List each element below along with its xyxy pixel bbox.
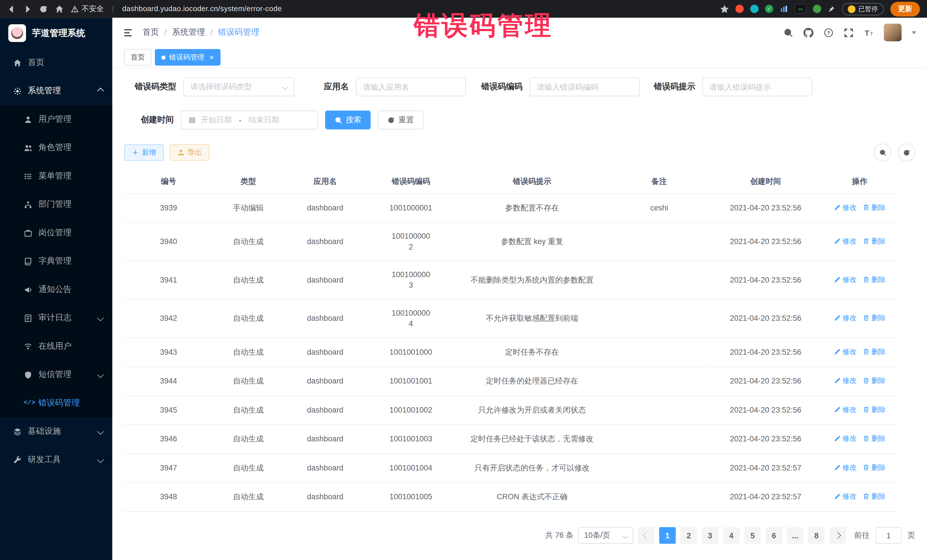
edit-link[interactable]: 修改: [834, 346, 857, 357]
cell-id: 3947: [124, 454, 213, 483]
delete-link[interactable]: 删除: [863, 433, 886, 444]
export-button[interactable]: 导出: [170, 144, 209, 161]
delete-icon: [863, 377, 870, 384]
paused-badge[interactable]: 已暂停: [842, 3, 884, 15]
app-name-input[interactable]: [356, 77, 466, 96]
tab-item[interactable]: 首页: [124, 49, 151, 65]
page-button-8[interactable]: 8: [808, 527, 825, 544]
edit-link[interactable]: 修改: [834, 433, 857, 444]
browser-extension-icon[interactable]: ✓: [765, 5, 773, 13]
edit-link[interactable]: 修改: [834, 375, 857, 386]
error-hint-input[interactable]: [702, 77, 812, 96]
user-avatar[interactable]: [884, 24, 902, 41]
update-button[interactable]: 更新: [890, 2, 920, 16]
sidebar-item[interactable]: 研发工具: [0, 446, 112, 474]
fullscreen-icon[interactable]: [844, 27, 854, 37]
refresh-table-button[interactable]: [897, 144, 915, 161]
sidebar-item[interactable]: 岗位管理: [0, 219, 112, 247]
cell-actions: 修改删除: [822, 425, 897, 454]
next-page-button[interactable]: [830, 527, 846, 544]
page-size-select[interactable]: 10条/页: [578, 527, 633, 544]
edit-link[interactable]: 修改: [834, 462, 857, 473]
breadcrumb-item[interactable]: 系统管理: [172, 27, 205, 38]
browser-extension-icon[interactable]: [813, 5, 821, 13]
edit-link[interactable]: 修改: [834, 404, 857, 415]
delete-link[interactable]: 删除: [863, 375, 886, 386]
browser-extension-icon[interactable]: [736, 5, 744, 13]
date-range-picker[interactable]: 开始日期 - 结束日期: [181, 111, 318, 129]
sidebar-item[interactable]: 在线用户: [0, 332, 112, 360]
delete-link[interactable]: 删除: [863, 202, 886, 213]
delete-icon: [863, 314, 870, 322]
page-button-1[interactable]: 1: [659, 527, 676, 544]
sidebar-item[interactable]: 菜单管理: [0, 162, 112, 190]
delete-link[interactable]: 删除: [863, 491, 886, 502]
browser-extension-icon[interactable]: [750, 5, 758, 13]
cell-hint: 定时任务已经处于该状态，无需修改: [455, 425, 609, 454]
error-type-select[interactable]: 请选择错误码类型: [183, 77, 295, 96]
edit-link[interactable]: 修改: [834, 313, 857, 323]
close-icon[interactable]: ×: [209, 54, 214, 61]
github-icon[interactable]: [804, 27, 813, 37]
page-button-6[interactable]: 6: [766, 527, 782, 544]
edit-link[interactable]: 修改: [834, 236, 857, 246]
sidebar-item[interactable]: 系统管理: [0, 77, 112, 105]
back-icon[interactable]: [7, 5, 16, 14]
tab-active[interactable]: 错误码管理×: [155, 49, 220, 65]
address-bar[interactable]: dashboard.yudao.iocoder.cn/system/error-…: [122, 5, 282, 13]
sidebar-item[interactable]: 用户管理: [0, 105, 112, 134]
sidebar-item[interactable]: 短信管理: [0, 360, 112, 389]
browser-extension-icon[interactable]: [780, 5, 788, 13]
font-size-icon[interactable]: TT: [864, 27, 874, 37]
page-button-2[interactable]: 2: [681, 527, 697, 544]
hamburger-icon[interactable]: [123, 27, 133, 37]
home-icon[interactable]: [55, 5, 64, 14]
sidebar-item[interactable]: 审计日志: [0, 304, 112, 332]
reset-button[interactable]: 重置: [378, 111, 423, 129]
forward-icon[interactable]: [23, 5, 32, 14]
edit-link[interactable]: 修改: [834, 274, 857, 285]
delete-icon: [863, 435, 870, 442]
search-icon[interactable]: [783, 27, 793, 37]
caret-down-icon[interactable]: [912, 31, 916, 34]
delete-link[interactable]: 删除: [863, 313, 886, 323]
sidebar-item[interactable]: 首页: [0, 49, 112, 77]
add-button[interactable]: 新增: [124, 144, 164, 161]
sidebar-item[interactable]: 通知公告: [0, 275, 112, 304]
breadcrumb-item[interactable]: 首页: [143, 27, 159, 38]
bookmark-star-icon[interactable]: [720, 5, 729, 14]
sidebar-item[interactable]: 字典管理: [0, 247, 112, 275]
sidebar-item-label: 在线用户: [38, 341, 71, 352]
cell-code: 1001001001: [366, 367, 455, 396]
search-button[interactable]: 搜索: [325, 111, 371, 129]
page-more-button[interactable]: ...: [787, 527, 804, 544]
delete-link[interactable]: 删除: [863, 346, 886, 357]
error-code-input[interactable]: [530, 77, 640, 96]
browser-extension-on-badge[interactable]: on: [795, 4, 806, 14]
cell-type: 自动生成: [213, 396, 284, 425]
delete-link[interactable]: 删除: [863, 462, 886, 473]
page-button-4[interactable]: 4: [723, 527, 740, 544]
help-icon[interactable]: ?: [824, 27, 833, 37]
cell-type: 自动生成: [213, 483, 284, 511]
sidebar-item[interactable]: 角色管理: [0, 134, 112, 162]
pin-icon[interactable]: [828, 5, 836, 13]
plus-icon: [132, 149, 139, 156]
delete-link[interactable]: 删除: [863, 274, 886, 285]
goto-page-input[interactable]: [876, 527, 902, 544]
security-indicator[interactable]: 不安全: [71, 4, 104, 14]
prev-page-button[interactable]: [638, 527, 654, 544]
delete-link[interactable]: 删除: [863, 236, 886, 246]
sidebar-item[interactable]: 基础设施: [0, 417, 112, 445]
sidebar-item[interactable]: 部门管理: [0, 190, 112, 219]
show-search-button[interactable]: [874, 144, 891, 161]
page-button-3[interactable]: 3: [702, 527, 718, 544]
online-user-icon: [24, 342, 32, 351]
sidebar-item-active[interactable]: </>错误码管理: [0, 389, 112, 417]
edit-link[interactable]: 修改: [834, 491, 857, 502]
edit-link[interactable]: 修改: [834, 202, 857, 213]
page-button-5[interactable]: 5: [745, 527, 761, 544]
app-logo[interactable]: 芋道管理系统: [0, 18, 112, 49]
delete-link[interactable]: 删除: [863, 404, 886, 415]
reload-icon[interactable]: [39, 5, 48, 14]
